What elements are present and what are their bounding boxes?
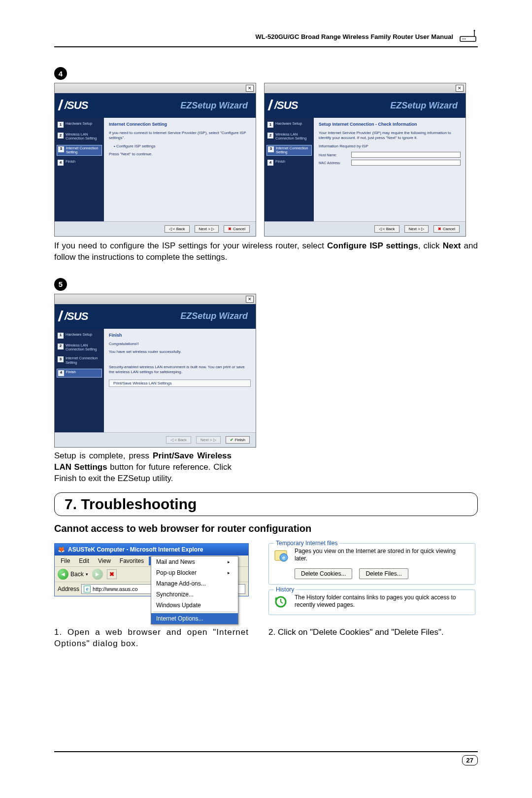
step-5-badge: 5 (54, 278, 67, 291)
delete-cookies-button[interactable]: Delete Cookies... (295, 568, 352, 579)
asus-logo: /SUS (269, 99, 298, 112)
next-button: Next > ▷ (196, 436, 221, 444)
wizard-sidebar: 1Hardware Setup 2Wireless LAN Connection… (265, 118, 314, 221)
asus-logo: /SUS (60, 99, 88, 112)
header-rule (54, 46, 478, 47)
close-icon[interactable]: ✕ (246, 85, 254, 92)
tools-internet-options[interactable]: Internet Options... (151, 613, 238, 624)
back-button[interactable]: ◄ Back▾ (58, 569, 88, 580)
back-button[interactable]: ◁ < Back (374, 225, 399, 233)
wizard-b-heading: Setup Internet Connection - Check Inform… (319, 122, 461, 127)
close-icon[interactable]: ✕ (246, 296, 254, 303)
next-button[interactable]: Next > ▷ (195, 225, 219, 233)
step5-description: Setup is complete, press Print/Save Wire… (54, 451, 232, 485)
ezsetup-wizard-finish: ✕ /SUS EZSetup Wizard 1Hardware Setup 2W… (54, 294, 256, 448)
wizard-c-text3: Security-enabled wireless LAN environmen… (109, 365, 251, 375)
wizard-sidebar: 1Hardware Setup 2Wireless LAN Connection… (55, 329, 104, 432)
menu-favorites[interactable]: Favorites (116, 556, 148, 565)
next-button[interactable]: Next > ▷ (404, 225, 429, 233)
caption-2: 2. Click on "Delete Cookies" and "Delete… (268, 627, 475, 650)
tools-manage-addons[interactable]: Manage Add-ons... (151, 578, 238, 589)
address-label: Address (58, 586, 79, 592)
step4-description: If you need to configure the ISP setting… (54, 241, 478, 263)
ie-cache-icon: e (274, 548, 290, 563)
back-arrow-icon: ◄ (58, 569, 68, 580)
mac-address-field[interactable] (351, 160, 461, 166)
wizard-a-text2: Press "Next" to continue. (109, 152, 251, 157)
wizard-c-text2: You have set wireless router successfull… (109, 349, 251, 354)
svg-point-1 (474, 30, 475, 32)
host-name-field[interactable] (351, 152, 461, 158)
subsection-heading: Cannot access to web browser for router … (54, 523, 478, 534)
ie-titlebar: 🦊 ASUSTeK Computer - Microsoft Internet … (55, 544, 248, 555)
close-icon[interactable]: ✕ (456, 85, 464, 92)
wizard-c-heading: Finish (109, 333, 251, 338)
ezsetup-wizard-check-info: ✕ /SUS EZSetup Wizard 1Hardware Setup 2W… (264, 83, 466, 237)
menu-file[interactable]: File (57, 556, 74, 565)
history-icon (274, 594, 290, 610)
svg-point-4 (465, 38, 466, 39)
finish-button[interactable]: ✔Finish (226, 436, 250, 444)
forward-button: ► (92, 569, 103, 580)
wizard-a-text1: If you need to connect to Internet Servi… (109, 131, 251, 141)
footer-rule (54, 751, 478, 752)
wizard-b-text2: Information Required by ISP (319, 144, 461, 149)
wizard-sidebar: 1Hardware Setup 2Wireless LAN Connection… (55, 118, 104, 221)
stop-button[interactable]: ✖ (107, 569, 117, 579)
wizard-title: EZSetup Wizard (390, 101, 458, 111)
svg-rect-2 (460, 36, 476, 41)
router-icon (458, 30, 478, 43)
step-4-badge: 4 (54, 67, 67, 80)
back-button[interactable]: ◁ < Back (165, 225, 190, 233)
section-heading: 7. Troubleshooting (54, 492, 478, 516)
wizard-title: EZSetup Wizard (180, 101, 248, 111)
manual-header: WL-520GU/GC Broad Range Wireless Family … (255, 33, 453, 40)
ezsetup-wizard-isp-setting: ✕ /SUS EZSetup Wizard 1Hardware Setup 2W… (54, 83, 256, 237)
print-save-button[interactable]: Print/Save Wireless LAN Settings (109, 380, 251, 387)
tools-dropdown: Mail and News▸ Pop-up Blocker▸ Manage Ad… (151, 556, 238, 625)
temp-files-text: Pages you view on the Internet are store… (295, 548, 470, 563)
delete-files-button[interactable]: Delete Files... (359, 568, 408, 579)
asus-logo: /SUS (60, 310, 88, 323)
history-fieldset: History The History folder contains link… (268, 590, 475, 615)
history-legend: History (274, 586, 296, 593)
cancel-button[interactable]: ✖Cancel (433, 225, 460, 233)
back-button: ◁ < Back (166, 436, 191, 444)
temp-files-legend: Temporary Internet files (274, 540, 339, 547)
page-number: 27 (462, 755, 478, 765)
mac-address-label: MAC Address: (319, 161, 348, 165)
menu-view[interactable]: View (94, 556, 115, 565)
ie-icon: 🦊 (58, 546, 65, 553)
tools-synchronize[interactable]: Synchronize... (151, 589, 238, 600)
wizard-title: EZSetup Wizard (180, 311, 248, 321)
cancel-button[interactable]: ✖Cancel (224, 225, 250, 233)
svg-text:e: e (282, 555, 285, 560)
tools-mail-news[interactable]: Mail and News▸ (151, 556, 238, 567)
tools-popup-blocker[interactable]: Pop-up Blocker▸ (151, 567, 238, 578)
wizard-b-text1: Your Internet Service Provider (ISP) may… (319, 131, 461, 141)
wizard-c-text1: Congratulations!! (109, 342, 251, 347)
wizard-a-heading: Internet Connection Setting (109, 122, 251, 127)
internet-options-panel: Temporary Internet files e Pages you vie… (268, 543, 475, 620)
tools-windows-update[interactable]: Windows Update (151, 600, 238, 611)
caption-1: 1. Open a web browser and open "Internet… (54, 627, 249, 650)
svg-point-3 (463, 38, 464, 39)
wizard-a-bullet: • Configure ISP settings (114, 144, 251, 149)
temporary-files-fieldset: Temporary Internet files e Pages you vie… (268, 543, 475, 585)
history-text: The History folder contains links to pag… (295, 594, 470, 609)
menu-edit[interactable]: Edit (75, 556, 93, 565)
host-name-label: Host Name: (319, 153, 348, 157)
page-icon: e (84, 586, 91, 592)
